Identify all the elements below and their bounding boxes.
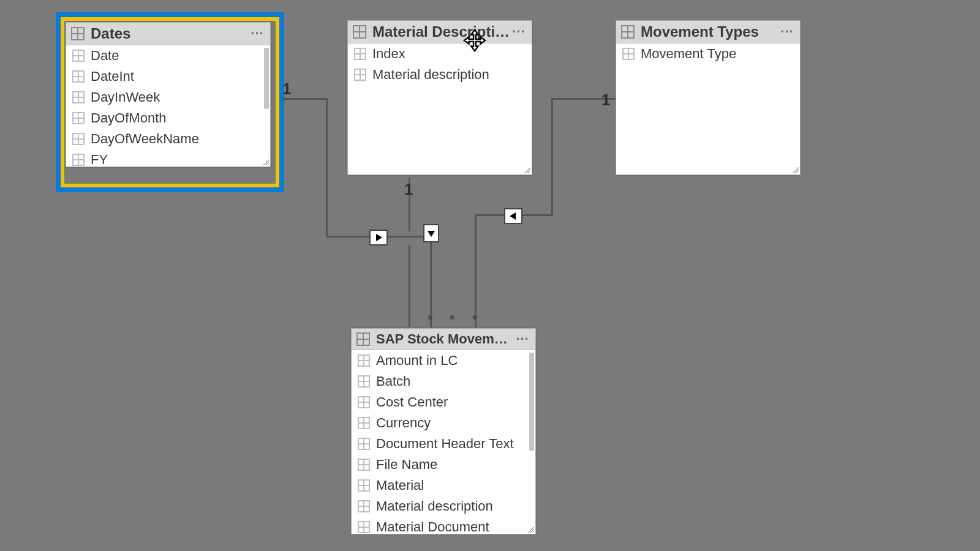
resize-grip-icon[interactable]	[524, 167, 530, 173]
field-row[interactable]: FY	[66, 149, 270, 167]
table-title: Material Description	[372, 23, 511, 40]
relationship-line[interactable]	[551, 98, 553, 216]
field-icon	[358, 354, 370, 367]
field-icon	[72, 133, 85, 145]
cardinality-one-label: 1	[601, 91, 610, 110]
table-header-material[interactable]: Material Description ···	[348, 21, 532, 43]
field-label: DayInWeek	[91, 89, 160, 105]
field-row[interactable]: DayOfWeekName	[66, 129, 270, 149]
cardinality-many-label: *	[450, 312, 455, 328]
table-icon	[621, 25, 635, 39]
field-icon	[358, 396, 370, 408]
field-label: Movement Type	[641, 46, 736, 62]
filter-direction-arrow-icon	[369, 230, 388, 246]
field-icon	[358, 500, 370, 512]
field-row[interactable]: DayOfMonth	[66, 108, 270, 129]
table-menu-icon[interactable]: ···	[249, 31, 265, 37]
field-label: DayOfWeekName	[91, 131, 199, 147]
field-row[interactable]: Document Header Text	[352, 433, 535, 454]
cardinality-one-label: 1	[404, 180, 413, 199]
field-row[interactable]: Material description	[352, 496, 535, 517]
field-label: Currency	[376, 415, 431, 431]
resize-grip-icon[interactable]	[263, 159, 269, 165]
filter-direction-arrow-icon	[423, 224, 439, 242]
table-body-material: Index Material description	[348, 43, 532, 174]
field-row[interactable]: DateInt	[66, 66, 270, 87]
field-row[interactable]: Batch	[352, 371, 535, 392]
field-label: Date	[91, 48, 119, 64]
table-body-sap: Amount in LC Batch Cost Center Currency …	[352, 350, 535, 534]
table-title: Dates	[91, 25, 249, 42]
field-icon	[354, 69, 366, 81]
table-icon	[353, 25, 366, 39]
table-menu-icon[interactable]: ···	[514, 336, 530, 342]
field-row[interactable]: Material description	[348, 64, 532, 85]
field-label: Batch	[376, 373, 410, 389]
resize-grip-icon[interactable]	[528, 527, 534, 533]
table-title: SAP Stock Movements	[376, 331, 514, 347]
field-row[interactable]: Currency	[352, 413, 535, 433]
relationship-line[interactable]	[326, 98, 328, 238]
field-row[interactable]: Date	[66, 45, 270, 66]
field-label: File Name	[376, 457, 437, 473]
field-icon	[72, 154, 85, 166]
field-label: DateInt	[91, 69, 134, 84]
table-menu-icon[interactable]: ···	[779, 29, 795, 35]
field-row[interactable]: File Name	[352, 454, 535, 475]
table-menu-icon[interactable]: ···	[511, 29, 527, 35]
table-icon	[71, 27, 85, 40]
table-icon	[356, 332, 370, 346]
field-label: Material description	[372, 67, 489, 83]
field-label: Material description	[376, 498, 493, 514]
table-title: Movement Types	[641, 23, 779, 40]
field-row[interactable]: Amount in LC	[352, 350, 535, 371]
filter-direction-arrow-icon	[504, 208, 522, 224]
field-row[interactable]: Movement Type	[616, 43, 800, 64]
cardinality-one-label: 1	[282, 80, 291, 99]
field-icon	[358, 375, 370, 388]
field-label: Cost Center	[376, 394, 448, 410]
field-icon	[72, 112, 85, 124]
table-card-material[interactable]: Material Description ··· Index Material …	[347, 20, 532, 175]
field-label: Material Document	[376, 519, 489, 534]
field-row[interactable]: Cost Center	[352, 392, 535, 413]
field-row[interactable]: Material	[352, 475, 535, 496]
relationship-line[interactable]	[409, 245, 410, 327]
scrollbar-thumb[interactable]	[264, 48, 269, 109]
field-icon	[358, 521, 370, 533]
field-label: Amount in LC	[376, 353, 458, 369]
field-label: Material	[376, 478, 424, 493]
table-header-movement[interactable]: Movement Types ···	[616, 21, 800, 43]
cardinality-many-label: *	[428, 312, 433, 328]
table-card-dates[interactable]: Dates ··· Date DateInt DayInWeek DayOfMo…	[66, 22, 271, 167]
table-body-dates: Date DateInt DayInWeek DayOfMonth DayOfW…	[66, 45, 270, 167]
cardinality-many-label: *	[472, 312, 478, 328]
model-canvas[interactable]: { "tables": { "dates": { "title": "Dates…	[0, 0, 980, 551]
field-label: Index	[372, 46, 405, 62]
field-label: DayOfMonth	[91, 110, 167, 126]
scrollbar-thumb[interactable]	[529, 353, 534, 451]
field-icon	[72, 91, 85, 103]
table-header-sap[interactable]: SAP Stock Movements ···	[352, 329, 535, 350]
resize-grip-icon[interactable]	[793, 167, 799, 173]
field-label: Document Header Text	[376, 436, 514, 452]
field-icon	[354, 48, 366, 60]
field-icon	[72, 50, 85, 62]
field-icon	[622, 48, 635, 60]
field-row[interactable]: DayInWeek	[66, 87, 270, 108]
field-icon	[72, 70, 85, 83]
field-row[interactable]: Index	[348, 43, 532, 64]
field-icon	[358, 479, 370, 492]
table-card-movement[interactable]: Movement Types ··· Movement Type	[616, 20, 801, 175]
field-row[interactable]: Material Document	[352, 517, 535, 534]
table-body-movement: Movement Type	[616, 43, 800, 174]
field-icon	[358, 459, 370, 471]
field-label: FY	[91, 152, 108, 167]
table-card-sap[interactable]: SAP Stock Movements ··· Amount in LC Bat…	[351, 328, 536, 534]
field-icon	[358, 417, 370, 429]
field-icon	[358, 438, 370, 450]
table-header-dates[interactable]: Dates ···	[66, 23, 270, 45]
